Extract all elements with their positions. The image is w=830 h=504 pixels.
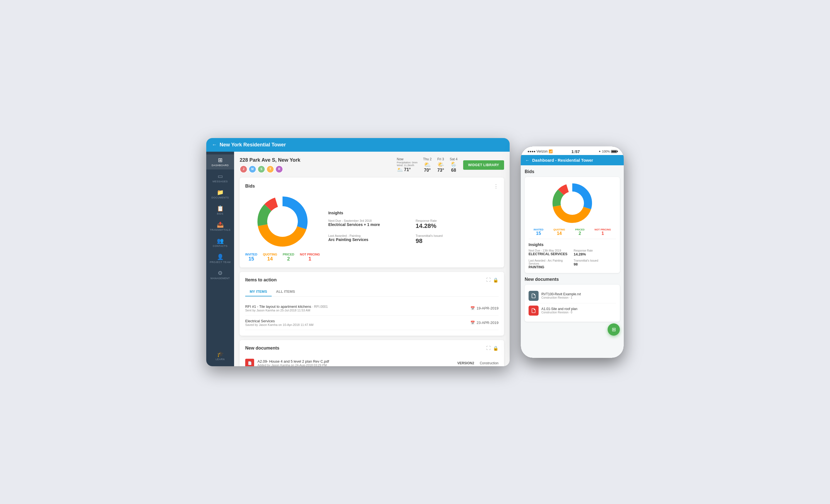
phone-insight-transmittals-label: Transmittal's Issued bbox=[574, 259, 616, 262]
doc-pdf-icon: 📄 bbox=[245, 359, 254, 366]
battery-fill bbox=[611, 151, 616, 153]
sidebar-item-bids[interactable]: 📋 BIDS bbox=[206, 203, 234, 218]
doc-type-0: Construction bbox=[480, 361, 499, 365]
transmittals-icon: 📤 bbox=[217, 222, 224, 227]
new-documents-card: New documents ⛶ 🔒 📄 A2.09- House 4 and 5… bbox=[240, 340, 504, 366]
widget-library-button[interactable]: WIDGET LIBRARY bbox=[463, 160, 504, 170]
phone-back-arrow[interactable]: ← bbox=[525, 158, 530, 162]
phone-donut-chart bbox=[550, 181, 595, 225]
sidebar-item-project-team[interactable]: 👤 PROJECT TEAM bbox=[206, 251, 234, 266]
phone-doc-name-1: A1.01-Site and roof plan bbox=[541, 307, 577, 311]
tab-all-items[interactable]: ALL ITEMS bbox=[272, 287, 299, 296]
project-avatars: J M S T R bbox=[240, 165, 300, 173]
sidebar-item-transmittals[interactable]: 📤 TRANSMITTALS bbox=[206, 219, 234, 234]
legend-priced: PRICED 2 bbox=[283, 253, 294, 262]
phone-device: ●●●● Verizon 📶 1:57 ✦ 100% ← Dashboard -… bbox=[521, 147, 624, 358]
phone-legend-invited-label: INVITED bbox=[534, 228, 544, 231]
doc-meta-0: VERSION2 Construction bbox=[457, 361, 499, 365]
insight-response-rate: Response Rate 14.28% bbox=[416, 219, 499, 230]
lock-icon[interactable]: 🔒 bbox=[493, 278, 499, 283]
sidebar-item-learn[interactable]: 🎓 LEARN bbox=[206, 348, 234, 364]
documents-icon: 📁 bbox=[217, 190, 224, 195]
project-info: 228 Park Ave S, New York J M S T R Now P… bbox=[240, 157, 504, 173]
weather-row: Now Precipitation: 0mm Wind: 11.2km/h 🌥️… bbox=[397, 157, 504, 173]
phone-legend-not-pricing: NOT PRICING 1 bbox=[595, 228, 611, 236]
bids-card-title: Bids bbox=[245, 184, 255, 189]
fab-button[interactable]: ⊞ bbox=[608, 323, 620, 336]
insight-next-due: Next Due - September 3rd 2018 Electrical… bbox=[328, 219, 411, 230]
expand-icon[interactable]: ⛶ bbox=[486, 278, 491, 282]
action-item-electrical-left: Electrical Services Saved by Jason Kamha… bbox=[245, 319, 313, 326]
phone-donut-container bbox=[529, 181, 616, 225]
sidebar-label-transmittals: TRANSMITTALS bbox=[210, 228, 230, 231]
bids-icon: 📋 bbox=[217, 206, 224, 211]
legend-not-pricing-label: NOT PRICING bbox=[300, 253, 320, 256]
insight-transmittals: Transmittal's Issued 98 bbox=[416, 234, 499, 245]
project-team-icon: 👤 bbox=[217, 254, 224, 260]
bids-menu-button[interactable]: ⋮ bbox=[493, 183, 499, 189]
phone-carrier: ●●●● Verizon 📶 bbox=[528, 150, 553, 153]
weather-sat-temp: 68 bbox=[451, 168, 456, 173]
sidebar: ⊞ DASHBOARD ▭ MESSAGES 📁 DOCUMENTS 📋 BID… bbox=[206, 152, 234, 366]
phone-insight-transmittals: Transmittal's Issued 98 bbox=[574, 259, 616, 269]
donut-chart bbox=[255, 194, 310, 249]
action-item-rfi-subtitle: Sent by Jason Kamha on 25-Jul-2018 11:53… bbox=[245, 309, 328, 312]
phone-doc-icon-1 bbox=[529, 306, 539, 316]
insight-last-awarded: Last Awarded - Painting Arc Painting Ser… bbox=[328, 234, 411, 245]
insight-next-due-value: Electrical Services + 1 more bbox=[328, 222, 411, 227]
insights-title: Insights bbox=[328, 211, 499, 215]
sidebar-label-project-team: PROJECT TEAM bbox=[210, 261, 230, 263]
battery-icon bbox=[611, 150, 617, 153]
sidebar-item-management[interactable]: ⚙ MANAGEMENT bbox=[206, 267, 234, 282]
bids-card-header: Bids ⋮ bbox=[245, 183, 499, 189]
legend-quoting-value: 14 bbox=[267, 256, 273, 262]
sidebar-item-dashboard[interactable]: ⊞ DASHBOARD bbox=[206, 154, 234, 169]
phone-insights-title: Insights bbox=[529, 243, 616, 247]
sidebar-item-documents[interactable]: 📁 DOCUMENTS bbox=[206, 187, 234, 202]
action-item-electrical-title: Electrical Services bbox=[245, 319, 313, 323]
phone-new-docs-title: New documents bbox=[525, 277, 620, 282]
sidebar-item-contacts[interactable]: 👥 CONTACTS bbox=[206, 235, 234, 250]
carrier-text: ●●●● Verizon bbox=[528, 150, 547, 153]
card-icons: ⛶ 🔒 bbox=[486, 278, 499, 283]
phone-legend-priced-value: 2 bbox=[579, 231, 581, 236]
bluetooth-icon: ✦ bbox=[599, 150, 601, 153]
new-documents-header: New documents ⛶ 🔒 bbox=[245, 346, 499, 351]
sidebar-label-learn: LEARN bbox=[216, 358, 225, 361]
phone-doc-info-0: RVT100-Revit Example.rvt Construction Re… bbox=[541, 292, 581, 299]
weather-thu: Thu 2 ⛅ 70° bbox=[423, 157, 432, 173]
legend-not-pricing-value: 1 bbox=[309, 256, 311, 262]
action-item-electrical-date: 📅 23-APR-2019 bbox=[470, 321, 499, 325]
weather-fri-temp: 73° bbox=[437, 168, 444, 173]
insight-last-awarded-value: Arc Painting Services bbox=[328, 238, 411, 242]
wifi-icon: 📶 bbox=[549, 150, 553, 153]
phone-doc-info-1: A1.01-Site and roof plan Construction Re… bbox=[541, 307, 577, 314]
tab-my-items[interactable]: MY ITEMS bbox=[245, 287, 272, 296]
items-to-action-card: Items to action ⛶ 🔒 MY ITEMS ALL ITEMS bbox=[240, 272, 504, 336]
avatar: J bbox=[240, 165, 248, 173]
weather-now-temp: 71° bbox=[404, 167, 411, 172]
phone-legend-invited: INVITED 15 bbox=[534, 228, 544, 236]
phone-legend-invited-value: 15 bbox=[536, 231, 541, 236]
insight-next-due-label: Next Due - September 3rd 2018 bbox=[328, 219, 411, 222]
management-icon: ⚙ bbox=[218, 270, 223, 276]
action-item-rfi: RFI #1 - Tile layout to apartment kitche… bbox=[245, 301, 499, 316]
tablet-device: ← New York Residential Tower ⊞ DASHBOARD… bbox=[206, 138, 510, 366]
legend-invited: INVITED 15 bbox=[245, 253, 257, 262]
wind-label: Wind: 11.2km/h bbox=[397, 164, 418, 167]
svg-point-9 bbox=[561, 191, 584, 215]
messages-icon: ▭ bbox=[218, 174, 223, 179]
action-item-rfi-left: RFI #1 - Tile layout to apartment kitche… bbox=[245, 305, 328, 312]
doc-expand-icon[interactable]: ⛶ bbox=[486, 346, 491, 351]
phone-insight-next-due: Next Due - 13th May 2019 ELECTRICAL SERV… bbox=[529, 249, 571, 256]
sidebar-item-messages[interactable]: ▭ MESSAGES bbox=[206, 170, 234, 186]
project-address: 228 Park Ave S, New York bbox=[240, 157, 300, 163]
doc-lock-icon[interactable]: 🔒 bbox=[493, 346, 499, 351]
action-item-rfi-title: RFI #1 - Tile layout to apartment kitche… bbox=[245, 305, 328, 309]
legend-invited-label: INVITED bbox=[245, 253, 257, 256]
phone-new-docs-card: RVT100-Revit Example.rvt Construction Re… bbox=[525, 285, 620, 322]
tablet-back-arrow[interactable]: ← bbox=[212, 142, 217, 148]
phone-header: ← Dashboard - Residential Tower bbox=[521, 155, 624, 165]
insight-transmittals-label: Transmittal's Issued bbox=[416, 234, 499, 238]
phone-title: Dashboard - Residential Tower bbox=[532, 158, 593, 162]
